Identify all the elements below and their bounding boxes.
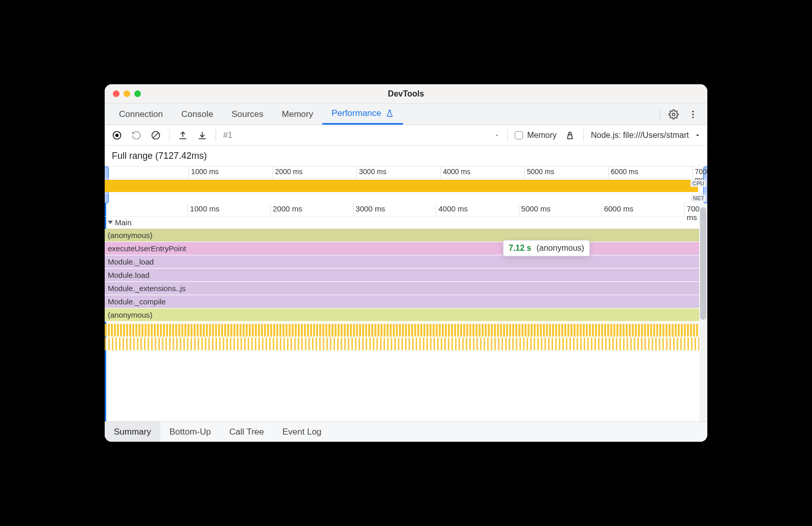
ruler-tick: 1000 ms (188, 166, 219, 178)
close-button[interactable] (113, 90, 120, 97)
tab-sources[interactable]: Sources (222, 104, 272, 125)
tab-event-log[interactable]: Event Log (273, 422, 331, 442)
ruler-tick: 4000 ms (436, 203, 466, 216)
tab-label: Memory (282, 109, 313, 119)
profile-selector[interactable]: #1 (223, 131, 500, 140)
memory-label: Memory (527, 131, 557, 140)
upload-profile-button[interactable] (177, 129, 189, 141)
hover-tooltip: 7.12 s (anonymous) (503, 240, 590, 256)
flame-bar[interactable]: Module.load (105, 269, 699, 282)
svg-point-5 (115, 133, 119, 137)
reload-button[interactable] (130, 129, 142, 141)
chevron-down-icon (694, 132, 701, 139)
chevron-down-icon (494, 132, 500, 138)
tab-label: Sources (231, 109, 263, 119)
ruler-tick: 6000 ms (602, 203, 632, 216)
flame-rows: (anonymous)executeUserEntryPointModule._… (105, 229, 699, 322)
target-label: Node.js: file:///Users/stmart (591, 131, 689, 140)
ruler-tick: 2000 ms (270, 203, 300, 216)
flame-bar[interactable]: Module._load (105, 255, 699, 269)
tab-label: Call Tree (229, 427, 264, 437)
ruler-tick-label: 4000 ms (438, 204, 468, 213)
tab-memory[interactable]: Memory (273, 104, 322, 125)
flame-bar[interactable]: (anonymous) (105, 308, 699, 322)
ruler-tick: 7000 ms (692, 166, 707, 178)
tab-label: Bottom-Up (170, 427, 211, 437)
devtools-window: DevTools Connection Console Sources Memo… (105, 84, 707, 442)
separator (169, 129, 170, 141)
minimize-button[interactable] (124, 90, 130, 97)
tooltip-duration: 7.12 s (509, 244, 531, 253)
flask-icon (386, 109, 394, 117)
micro-row (105, 324, 699, 337)
tab-label: Performance (331, 108, 381, 118)
memory-checkbox[interactable] (515, 131, 523, 139)
panel-tabs: Connection Console Sources Memory Perfor… (105, 104, 707, 125)
flame-chart[interactable]: 1000 ms2000 ms3000 ms4000 ms5000 ms6000 … (105, 203, 699, 421)
ruler-tick: 5000 ms (524, 166, 555, 178)
collect-garbage-button[interactable] (564, 129, 576, 141)
separator (660, 108, 660, 121)
cpu-row-label: CPU (690, 180, 706, 187)
ruler-tick-label: 6000 ms (611, 168, 638, 176)
tab-label: Summary (114, 427, 151, 437)
tab-label: Console (181, 109, 213, 119)
tab-bottom-up[interactable]: Bottom-Up (160, 422, 220, 442)
ruler-tick-label: 2000 ms (275, 168, 303, 176)
window-title: DevTools (105, 89, 707, 99)
clear-button[interactable] (150, 129, 162, 141)
ruler-tick: 7000 ms (684, 203, 699, 216)
ruler-tick-label: 5000 ms (521, 204, 551, 213)
record-button[interactable] (111, 129, 123, 141)
svg-point-2 (692, 113, 694, 115)
tab-connection[interactable]: Connection (110, 104, 172, 125)
ruler-tick-label: 3000 ms (355, 204, 385, 213)
ruler-tick: 4000 ms (440, 166, 470, 178)
main-track-header[interactable]: Main (105, 217, 699, 229)
separator (216, 129, 216, 141)
flame-bar[interactable]: executeUserEntryPoint (105, 242, 699, 255)
overview-ruler[interactable]: 1000 ms2000 ms3000 ms4000 ms5000 ms6000 … (105, 166, 707, 179)
range-label: Full range (7127.42ms) (112, 151, 207, 161)
ruler-tick: 6000 ms (608, 166, 638, 178)
settings-button[interactable] (667, 108, 680, 121)
memory-toggle[interactable]: Memory (515, 131, 557, 140)
flame-bar[interactable]: Module._compile (105, 295, 699, 308)
ruler-tick-label: 2000 ms (273, 204, 302, 213)
flame-bar[interactable]: (anonymous) (105, 229, 699, 242)
ruler-tick: 1000 ms (187, 203, 218, 216)
tab-label: Event Log (282, 427, 322, 437)
ruler-tick-label: 6000 ms (604, 204, 634, 213)
tab-label: Connection (119, 109, 163, 119)
flame-bar[interactable]: Module._extensions..js (105, 282, 699, 295)
maximize-button[interactable] (134, 90, 141, 97)
drawer-tabs: Summary Bottom-Up Call Tree Event Log (105, 421, 707, 442)
tab-summary[interactable]: Summary (105, 422, 160, 442)
svg-point-1 (692, 110, 694, 112)
scrollbar-thumb[interactable] (700, 207, 706, 320)
cpu-overview-row: CPU (105, 179, 707, 193)
separator (583, 129, 584, 141)
perf-toolbar: #1 Memory Node.js: file:///Users/stmart (105, 125, 707, 146)
net-row-label: NET (691, 195, 706, 202)
vertical-scrollbar[interactable] (699, 203, 707, 421)
flame-wrap: 1000 ms2000 ms3000 ms4000 ms5000 ms6000 … (105, 203, 707, 421)
titlebar: DevTools (105, 84, 707, 104)
ruler-tick: 3000 ms (356, 166, 387, 178)
profile-name: #1 (223, 131, 232, 140)
tab-performance[interactable]: Performance (322, 104, 402, 125)
ruler-tick-label: 1000 ms (191, 168, 219, 176)
tab-call-tree[interactable]: Call Tree (220, 422, 273, 442)
target-selector[interactable]: Node.js: file:///Users/stmart (591, 131, 701, 140)
tooltip-name: (anonymous) (536, 244, 584, 253)
main-track-label: Main (115, 218, 132, 227)
flame-microbars (105, 322, 699, 350)
download-profile-button[interactable] (196, 129, 208, 141)
ruler-tick-label: 3000 ms (359, 168, 387, 176)
overview-pane[interactable]: 1000 ms2000 ms3000 ms4000 ms5000 ms6000 … (105, 166, 707, 203)
tab-console[interactable]: Console (172, 104, 222, 125)
window-controls (105, 90, 141, 97)
flame-ruler[interactable]: 1000 ms2000 ms3000 ms4000 ms5000 ms6000 … (105, 203, 699, 217)
ruler-tick-label: 4000 ms (443, 168, 470, 176)
more-menu-button[interactable] (687, 108, 699, 121)
